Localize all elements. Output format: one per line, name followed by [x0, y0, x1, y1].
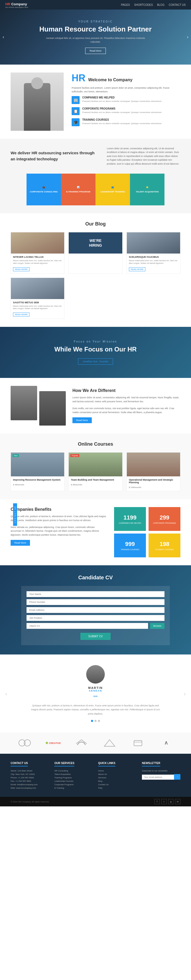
footer-newsletter-submit[interactable]: → — [174, 774, 180, 780]
footer-contact-3: Phone: +1 234 567 8900 — [11, 776, 49, 779]
footer-service-1[interactable]: HR Consulting — [55, 770, 93, 772]
cv-phone-input[interactable] — [27, 599, 164, 605]
consulting-icon: 💼 — [42, 186, 45, 188]
testimonial-dots — [21, 720, 170, 722]
service-talent[interactable]: ⭐ TALENT ACQUISITION — [130, 173, 164, 205]
dot-1[interactable] — [91, 720, 93, 722]
dot-2[interactable] — [95, 720, 96, 722]
footer-link-4[interactable]: Blog — [98, 780, 136, 782]
hero-next-arrow[interactable]: › — [187, 35, 188, 40]
blog-post-4: SAGITTIS METUS SEM Mauris malesuada lore… — [11, 278, 64, 319]
companies-icon: 🏢 — [72, 96, 80, 104]
cv-name-input[interactable] — [27, 591, 164, 597]
different-text-2: Duis mollis, est non commodo luctus, nis… — [72, 407, 180, 414]
different-section: How We Are Different Lorem ipsum dolor s… — [0, 378, 191, 433]
course-img-3 — [127, 453, 180, 476]
stat-4-label: STUDENT COURSES — [155, 549, 174, 550]
blog-post-3-readmore[interactable]: READ MORE — [129, 267, 145, 271]
blog-title: Our Blog — [11, 221, 180, 227]
footer-services-title: OUR SERVICES — [55, 762, 74, 767]
footer-link-1[interactable]: Home — [98, 770, 136, 772]
course-1-price: $ 49/month — [13, 482, 62, 486]
benefits-section: Companies Benefits Quisque velit nisi, p… — [0, 499, 191, 565]
partner-5 — [127, 738, 149, 748]
dot-3[interactable] — [98, 720, 100, 722]
blog-post-3-text: Mauris malesuada lorem orci, mattis fauc… — [129, 259, 178, 265]
testimonial-next-arrow[interactable]: › — [184, 690, 186, 697]
course-img-1: New — [11, 453, 64, 476]
footer-links-title: QUICK LINKS — [98, 762, 116, 767]
hero-subtitle: YOUR STRATEGIC — [78, 20, 113, 23]
welcome-content: HR Welcome to Company Praesent facilisis… — [72, 73, 180, 131]
nav-shortcodes[interactable]: SHORTCODES — [134, 3, 153, 6]
contact-side-label[interactable]: CONTACT US — [13, 503, 17, 526]
service-leadership[interactable]: 👥 LEADERSHIP TRAINING — [95, 173, 130, 205]
cv-email-input[interactable] — [27, 607, 164, 613]
cv-file-input[interactable] — [27, 623, 148, 629]
social-google[interactable]: g — [168, 799, 173, 804]
partner-6: Λ — [156, 738, 177, 748]
navigation: HR Company our service description here … — [0, 0, 191, 10]
hero-read-more-button[interactable]: Read More — [85, 48, 106, 54]
course-img-2: Popular — [69, 453, 122, 476]
focus-cta-button[interactable]: Jonathan Doe - Founder — [78, 358, 113, 365]
nav-contact[interactable]: CONTACT US — [169, 3, 186, 6]
footer-contact-6: Web: www.hrcompany.com — [11, 787, 49, 789]
focus-banner: Focus on Your Mission While We Focus on … — [0, 327, 191, 378]
course-1-body: Improving Resource Management System $ 4… — [11, 476, 64, 488]
blog-post-3-title: SCELERISQUE FAUCIBUS — [129, 256, 178, 258]
social-facebook[interactable]: f — [154, 799, 160, 804]
hero-text: Aenean volutpat felis sit, ut apportus r… — [45, 37, 146, 44]
footer-link-6[interactable]: FAQ — [98, 787, 136, 789]
course-1-tag: New — [13, 454, 19, 457]
social-linkedin[interactable]: in — [175, 799, 180, 804]
social-twitter[interactable]: t — [161, 799, 167, 804]
footer-contact-5: Email: info@hrcompany.com — [11, 783, 49, 786]
stat-3-label: TRAINING COURSES — [121, 549, 139, 550]
service-consulting[interactable]: 💼 CORPORATE CONSULTING — [27, 173, 61, 205]
different-content: How We Are Different Lorem ipsum dolor s… — [72, 388, 180, 423]
cv-submit-button[interactable]: SUBMIT CV — [80, 633, 111, 640]
hero-section: ‹ YOUR STRATEGIC Human Resource Solution… — [0, 10, 191, 65]
nav-pages[interactable]: PAGES — [121, 3, 130, 6]
etraining-label: E-TRAINING PROGRAM — [66, 191, 90, 193]
service-etraining[interactable]: 📊 E-TRAINING PROGRAM — [61, 173, 95, 205]
different-read-more-button[interactable]: Read More — [72, 417, 92, 423]
consulting-label: CORPORATE CONSULTING — [30, 191, 58, 193]
footer-newsletter-input[interactable] — [142, 775, 174, 780]
footer-service-5[interactable]: Corporate Programs — [55, 783, 93, 786]
footer-link-2[interactable]: About Us — [98, 773, 136, 775]
nav-blog[interactable]: BLOG — [157, 3, 164, 6]
svg-rect-3 — [134, 740, 142, 746]
footer-newsletter-text: Subscribe to our newsletter — [142, 770, 180, 772]
footer-service-2[interactable]: Talent Acquisition — [55, 773, 93, 775]
blog-post-4-readmore[interactable]: READ MORE — [13, 313, 29, 317]
companies-title: COMPANIES WE HELPED — [82, 96, 162, 99]
welcome-title: Welcome to Company — [88, 78, 132, 82]
footer-service-6[interactable]: E-Training — [55, 787, 93, 789]
form-row-email — [27, 607, 164, 613]
cv-position-input[interactable] — [27, 615, 164, 621]
stat-2-label: CORPORATE PROGRAMS — [153, 522, 176, 524]
hero-prev-arrow[interactable]: ‹ — [3, 35, 4, 40]
welcome-item-1: 🏢 COMPANIES WE HELPED Praesent facilisis… — [72, 96, 180, 104]
footer-service-4[interactable]: Leadership Courses — [55, 780, 93, 782]
stat-box-2: 299 CORPORATE PROGRAMS — [149, 507, 180, 531]
outsourcing-section: We deliver HR outsourcing services throu… — [0, 139, 191, 173]
benefits-text-2: Nunc stimate eu, pellentesque adipiscing… — [11, 525, 106, 537]
stat-box-3: 999 TRAINING COURSES — [114, 533, 146, 557]
footer-link-5[interactable]: Contact Us — [98, 783, 136, 786]
benefits-read-more-button[interactable]: Read More — [11, 540, 30, 546]
cv-browse-button[interactable]: Browse — [150, 623, 164, 629]
blog-post-1-readmore[interactable]: READ MORE — [13, 267, 29, 271]
cv-form: Browse SUBMIT CV — [21, 586, 170, 645]
footer-link-3[interactable]: Services — [98, 776, 136, 779]
footer-copyright: © 2024 HR Company. All rights reserved. — [11, 800, 49, 803]
footer-service-3[interactable]: Training Programs — [55, 776, 93, 779]
training-title: TRAINING COURSES — [82, 118, 162, 121]
testimonial-name: MARTIN — [21, 686, 170, 689]
blog-img-3 — [127, 232, 180, 253]
blog-body-4: SAGITTIS METUS SEM Mauris malesuada lore… — [11, 299, 64, 319]
testimonial-prev-arrow[interactable]: ‹ — [5, 690, 7, 697]
outsourcing-title: We deliver HR outsourcing services throu… — [11, 150, 99, 162]
